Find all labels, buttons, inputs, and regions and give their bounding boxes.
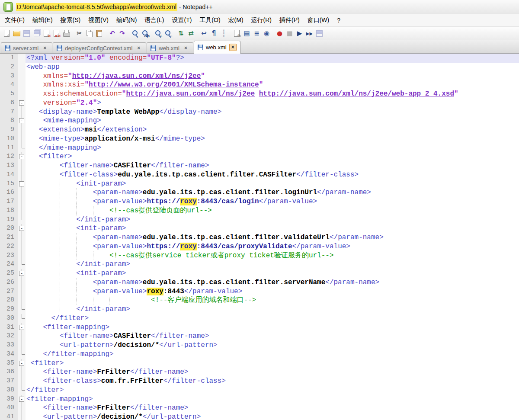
code-line[interactable]: <web-app bbox=[26, 63, 519, 72]
indent-guide-icon[interactable]: ┆ bbox=[219, 29, 229, 38]
menu-item-settings[interactable]: 设置(T) bbox=[168, 15, 195, 26]
save-macro-icon[interactable] bbox=[314, 29, 324, 38]
code-line[interactable]: </filter> bbox=[26, 314, 519, 323]
tab-close-icon[interactable]: × bbox=[41, 45, 48, 52]
undo-icon[interactable]: ↶ bbox=[107, 29, 117, 38]
user-defined-language-icon[interactable]: ✎ bbox=[232, 29, 242, 38]
url-link[interactable]: http://www.w3.org/2001/XMLSchema-instanc… bbox=[89, 81, 259, 89]
save-file-icon[interactable] bbox=[22, 29, 32, 38]
tab-web.xml[interactable]: web.xml× bbox=[194, 41, 240, 54]
code-line[interactable]: <param-name>edu.yale.its.tp.cas.client.f… bbox=[26, 188, 519, 197]
zoom-in-icon[interactable]: + bbox=[153, 29, 163, 38]
tab-close-icon[interactable]: × bbox=[229, 44, 237, 51]
url-link[interactable]: roxy bbox=[180, 198, 196, 205]
fold-collapse-button[interactable]: - bbox=[18, 269, 26, 278]
code-line[interactable]: <mime-mapping> bbox=[26, 116, 519, 125]
code-line[interactable]: <init-param> bbox=[26, 180, 519, 189]
code-line[interactable]: </init-param> bbox=[26, 215, 519, 224]
menu-item-help[interactable]: ? bbox=[333, 15, 344, 26]
code-line[interactable]: <param-value>roxy:8443</param-value> bbox=[26, 287, 519, 296]
code-line[interactable]: <mime-type>application/x-msi</mime-type> bbox=[26, 135, 519, 144]
code-line[interactable]: <init-param> bbox=[26, 269, 519, 278]
code-line[interactable]: <!--cas提供登陆页面的url--> bbox=[26, 206, 519, 215]
close-all-icon[interactable]: ×× bbox=[51, 29, 61, 38]
play-macro-icon[interactable]: ▶ bbox=[295, 29, 304, 38]
code-line[interactable]: <filter> bbox=[26, 359, 519, 368]
code-line[interactable]: <param-value>https://roxy:8443/cas/proxy… bbox=[26, 242, 519, 251]
menu-item-encoding[interactable]: 编码(N) bbox=[112, 15, 141, 26]
url-link[interactable]: http://java.sun.com/xml/ns/j2ee/web-app_… bbox=[259, 90, 454, 98]
redo-icon[interactable]: ↷ bbox=[117, 29, 127, 38]
code-line[interactable]: </mime-mapping> bbox=[26, 144, 519, 153]
url-link[interactable]: https:// bbox=[147, 198, 180, 205]
code-line[interactable]: <param-value>https://roxy:8443/cas/login… bbox=[26, 197, 519, 206]
code-line[interactable]: <filter> bbox=[26, 152, 519, 161]
open-file-icon[interactable] bbox=[12, 29, 22, 38]
code-line[interactable]: </init-param> bbox=[26, 305, 519, 314]
new-file-icon[interactable] bbox=[2, 29, 12, 38]
code-line[interactable]: <filter-name>FrFilter</filter-name> bbox=[26, 404, 519, 413]
fold-collapse-button[interactable]: - bbox=[18, 99, 26, 108]
code-line[interactable]: <display-name>Template WebApp</display-n… bbox=[26, 108, 519, 117]
code-line[interactable]: <filter-class>edu.yale.its.tp.cas.client… bbox=[26, 170, 519, 180]
code-line[interactable]: </filter-mapping> bbox=[26, 350, 519, 359]
find-icon[interactable] bbox=[130, 29, 140, 38]
url-link[interactable]: http://java.sun.com/xml/ns/j2ee bbox=[72, 72, 201, 80]
code-line[interactable]: <?xml version="1.0" encoding="UTF-8"?> bbox=[26, 54, 519, 63]
document-map-icon[interactable]: ▤ bbox=[242, 29, 252, 38]
fold-collapse-button[interactable]: - bbox=[18, 395, 26, 404]
menu-item-run[interactable]: 运行(R) bbox=[247, 15, 276, 26]
word-wrap-icon[interactable]: ↩ bbox=[199, 29, 209, 38]
save-all-icon[interactable] bbox=[32, 29, 42, 38]
fold-collapse-button[interactable]: - bbox=[18, 180, 26, 189]
code-line[interactable]: <filter-mapping> bbox=[26, 395, 519, 404]
code-line[interactable]: <!--客户端应用的域名和端口--> bbox=[26, 296, 519, 305]
code-line[interactable]: <url-pattern>/decision/*</url-pattern> bbox=[26, 413, 519, 420]
menu-item-macro[interactable]: 宏(M) bbox=[224, 15, 247, 26]
sync-horizontal-scroll-icon[interactable]: ⇄ bbox=[186, 29, 196, 38]
close-file-icon[interactable]: × bbox=[42, 29, 51, 38]
show-all-characters-icon[interactable]: ¶ bbox=[209, 29, 219, 38]
code-line[interactable]: </filter> bbox=[26, 386, 519, 395]
function-list-icon[interactable]: ≡ bbox=[252, 29, 262, 38]
copy-icon[interactable] bbox=[84, 29, 94, 38]
url-link[interactable]: :8443/cas/proxyValidate bbox=[197, 243, 292, 250]
print-icon[interactable] bbox=[61, 29, 71, 38]
fold-collapse-button[interactable]: - bbox=[18, 323, 26, 332]
fold-collapse-button[interactable]: - bbox=[18, 152, 26, 161]
code-line[interactable]: xmlns="http://java.sun.com/xml/ns/j2ee" bbox=[26, 72, 519, 81]
tab-close-icon[interactable]: × bbox=[135, 45, 142, 52]
code-line[interactable]: <param-name>edu.yale.its.tp.cas.client.f… bbox=[26, 278, 519, 287]
code-line[interactable]: <filter-name>CASFilter</filter-name> bbox=[26, 332, 519, 341]
editor[interactable]: 1<?xml version="1.0" encoding="UTF-8"?>2… bbox=[0, 54, 519, 420]
replace-icon[interactable]: ab bbox=[140, 29, 150, 38]
menu-item-edit[interactable]: 编辑(E) bbox=[29, 15, 57, 26]
code-line[interactable]: <init-param> bbox=[26, 224, 519, 233]
cut-icon[interactable]: ✂ bbox=[74, 29, 84, 38]
code-line[interactable]: <extension>msi</extension> bbox=[26, 125, 519, 135]
tab-deployerconfigcontext.xml[interactable]: deployerConfigContext.xml× bbox=[53, 42, 146, 53]
menu-item-tools[interactable]: 工具(O) bbox=[195, 15, 224, 26]
url-link[interactable]: http://java.sun.com/xml/ns/j2ee bbox=[126, 90, 255, 98]
code-line[interactable]: version="2.4"> bbox=[26, 99, 519, 108]
stop-macro-icon[interactable]: ■ bbox=[285, 29, 295, 38]
code-line[interactable]: <filter-mapping> bbox=[26, 323, 519, 332]
menu-item-language[interactable]: 语言(L) bbox=[141, 15, 168, 26]
zoom-out-icon[interactable]: − bbox=[163, 29, 173, 38]
code-line[interactable]: xsi:schemaLocation="http://java.sun.com/… bbox=[26, 90, 519, 99]
url-link[interactable]: https:// bbox=[147, 243, 180, 250]
fold-collapse-button[interactable]: - bbox=[18, 116, 26, 125]
paste-icon[interactable] bbox=[94, 29, 104, 38]
run-macro-multiple-icon[interactable]: ▶▶ bbox=[304, 29, 314, 38]
url-link[interactable]: :8443/cas/login bbox=[197, 198, 259, 205]
menu-item-file[interactable]: 文件(F) bbox=[1, 15, 29, 26]
menu-item-search[interactable]: 搜索(S) bbox=[57, 15, 85, 26]
tab-web.xml[interactable]: web.xml× bbox=[147, 42, 193, 53]
menu-item-window[interactable]: 窗口(W) bbox=[304, 15, 333, 26]
tab-server.xml[interactable]: server.xml× bbox=[1, 42, 52, 53]
code-line[interactable]: </init-param> bbox=[26, 260, 519, 269]
document-monitor-icon[interactable]: ◉ bbox=[262, 29, 272, 38]
code-line[interactable]: <!--cas提供service ticker或者proxy ticket验证服… bbox=[26, 251, 519, 260]
code-line[interactable]: <filter-name>FrFilter</filter-name> bbox=[26, 368, 519, 377]
record-macro-icon[interactable]: ● bbox=[275, 29, 285, 38]
